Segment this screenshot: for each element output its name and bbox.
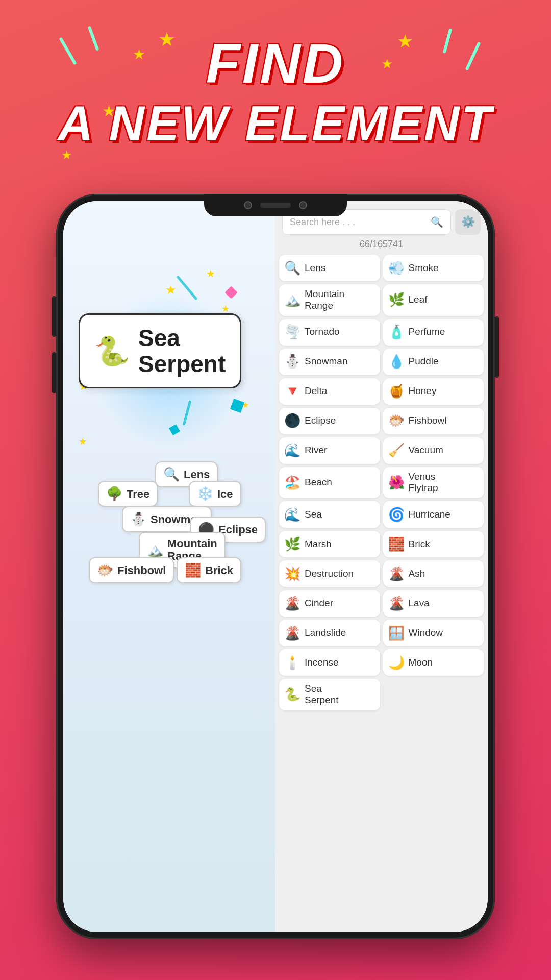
tile-name-15: VenusFlytrap: [409, 471, 438, 495]
tile-emoji-27: 🌙: [388, 655, 405, 671]
tile-emoji-6: ⛄: [284, 354, 300, 370]
element-tile-26[interactable]: 🕯️Incense: [279, 649, 380, 676]
tile-name-4: Tornado: [305, 326, 340, 338]
power-button: [495, 316, 499, 378]
confetti-diamond: [224, 286, 237, 299]
elements-list: 🔍Lens💨Smoke🏔️MountainRange🌿Leaf🌪️Tornado…: [275, 253, 488, 932]
notch: [204, 194, 347, 216]
canvas-snowman-icon: ⛄: [130, 511, 146, 527]
tile-emoji-1: 💨: [388, 260, 405, 276]
tile-name-3: Leaf: [409, 294, 428, 306]
game-canvas[interactable]: ★ ★ ★ ★ ★ ★ 🐍 SeaSerpent 🔍: [63, 201, 275, 932]
result-emoji: 🐍: [94, 334, 130, 368]
tile-name-18: Marsh: [305, 538, 332, 550]
result-card: 🐍 SeaSerpent: [79, 313, 241, 388]
element-tile-2[interactable]: 🏔️MountainRange: [279, 284, 380, 316]
element-tile-11[interactable]: 🐡Fishbowl: [383, 408, 484, 434]
element-tile-23[interactable]: 🌋Lava: [383, 590, 484, 617]
search-placeholder: Search here . . .: [290, 217, 355, 228]
canvas-tree-label: Tree: [127, 487, 149, 501]
element-tile-16[interactable]: 🌊Sea: [279, 501, 380, 528]
tile-emoji-2: 🏔️: [284, 292, 300, 308]
tile-emoji-17: 🌀: [388, 507, 405, 523]
phone-screen: ★ ★ ★ ★ ★ ★ 🐍 SeaSerpent 🔍: [63, 201, 488, 932]
element-tile-21[interactable]: 🌋Ash: [383, 560, 484, 587]
canvas-ice-icon: ❄️: [197, 486, 213, 502]
element-tile-8[interactable]: 🔻Delta: [279, 378, 380, 405]
front-camera-2: [299, 201, 307, 209]
element-tile-20[interactable]: 💥Destruction: [279, 560, 380, 587]
tile-emoji-0: 🔍: [284, 260, 300, 276]
tile-name-8: Delta: [305, 385, 327, 397]
tile-emoji-13: 🧹: [388, 443, 405, 458]
element-tile-10[interactable]: 🌑Eclipse: [279, 408, 380, 434]
confetti-star: ★: [165, 283, 177, 297]
element-tile-1[interactable]: 💨Smoke: [383, 255, 484, 281]
element-tile-12[interactable]: 🌊River: [279, 437, 380, 464]
tile-name-20: Destruction: [305, 568, 354, 580]
tile-emoji-15: 🌺: [388, 475, 405, 491]
element-tile-17[interactable]: 🌀Hurricane: [383, 501, 484, 528]
result-name: SeaSerpent: [138, 325, 226, 377]
tile-name-28: SeaSerpent: [305, 683, 339, 706]
tile-emoji-9: 🍯: [388, 383, 405, 399]
tile-name-14: Beach: [305, 477, 332, 488]
element-tile-4[interactable]: 🌪️Tornado: [279, 319, 380, 346]
front-camera: [244, 201, 252, 209]
tile-name-13: Vacuum: [409, 445, 443, 456]
tile-name-12: River: [305, 445, 327, 456]
tile-emoji-24: 🌋: [284, 625, 300, 641]
tile-name-1: Smoke: [409, 262, 439, 274]
confetti-star-2: ★: [206, 267, 215, 280]
tile-emoji-10: 🌑: [284, 413, 300, 429]
face-sensor: [260, 203, 291, 208]
title-line1: FIND: [0, 31, 551, 95]
canvas-fishbowl-label: Fishbowl: [117, 564, 166, 577]
canvas-node-fishbowl[interactable]: 🐡 Fishbowl: [89, 557, 174, 583]
element-tile-9[interactable]: 🍯Honey: [383, 378, 484, 405]
tile-name-9: Honey: [409, 385, 437, 397]
element-tile-0[interactable]: 🔍Lens: [279, 255, 380, 281]
tile-name-10: Eclipse: [305, 415, 336, 427]
element-tile-5[interactable]: 🧴Perfume: [383, 319, 484, 346]
canvas-node-ice[interactable]: ❄️ Ice: [189, 481, 241, 507]
tile-emoji-16: 🌊: [284, 507, 300, 523]
tile-emoji-23: 🌋: [388, 596, 405, 611]
tile-emoji-3: 🌿: [388, 292, 405, 308]
element-tile-14[interactable]: 🏖️Beach: [279, 467, 380, 499]
tile-name-22: Cinder: [305, 598, 333, 609]
canvas-node-tree[interactable]: 🌳 Tree: [98, 481, 158, 507]
element-tile-27[interactable]: 🌙Moon: [383, 649, 484, 676]
tile-name-25: Window: [409, 627, 443, 639]
element-tile-19[interactable]: 🧱Brick: [383, 531, 484, 557]
filter-button[interactable]: ⚙️: [455, 209, 481, 235]
canvas-brick-icon: 🧱: [185, 562, 201, 578]
tile-emoji-21: 🌋: [388, 566, 405, 582]
tile-emoji-14: 🏖️: [284, 475, 300, 491]
element-tile-25[interactable]: 🪟Window: [383, 620, 484, 646]
tile-name-24: Landslide: [305, 627, 346, 639]
tile-name-7: Puddle: [409, 356, 439, 368]
element-tile-6[interactable]: ⛄Snowman: [279, 349, 380, 375]
element-tile-7[interactable]: 💧Puddle: [383, 349, 484, 375]
element-tile-28[interactable]: 🐍SeaSerpent: [279, 679, 380, 710]
tile-emoji-26: 🕯️: [284, 655, 300, 671]
tile-name-23: Lava: [409, 598, 430, 609]
element-tile-13[interactable]: 🧹Vacuum: [383, 437, 484, 464]
tile-emoji-22: 🌋: [284, 596, 300, 611]
element-count: 66/165741: [275, 239, 488, 253]
element-tile-15[interactable]: 🌺VenusFlytrap: [383, 467, 484, 499]
element-tile-3[interactable]: 🌿Leaf: [383, 284, 484, 316]
tile-name-26: Incense: [305, 657, 339, 669]
phone-outer: ★ ★ ★ ★ ★ ★ 🐍 SeaSerpent 🔍: [56, 194, 495, 939]
element-tile-22[interactable]: 🌋Cinder: [279, 590, 380, 617]
volume-button: [52, 296, 56, 337]
tile-name-5: Perfume: [409, 326, 445, 338]
tile-emoji-20: 💥: [284, 566, 300, 582]
tile-emoji-5: 🧴: [388, 324, 405, 340]
search-icon: 🔍: [431, 216, 443, 228]
tile-emoji-4: 🌪️: [284, 324, 300, 340]
canvas-node-brick[interactable]: 🧱 Brick: [177, 557, 241, 583]
element-tile-24[interactable]: 🌋Landslide: [279, 620, 380, 646]
element-tile-18[interactable]: 🌿Marsh: [279, 531, 380, 557]
